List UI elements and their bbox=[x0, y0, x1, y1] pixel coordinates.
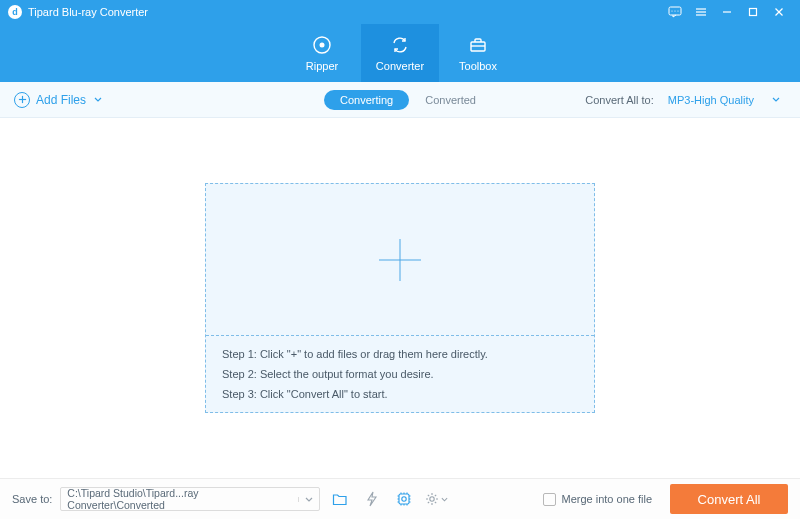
chevron-down-icon bbox=[298, 497, 313, 502]
mode-ripper[interactable]: Ripper bbox=[283, 24, 361, 82]
svg-point-12 bbox=[320, 43, 325, 48]
toolbox-icon bbox=[467, 34, 489, 56]
plus-circle-icon bbox=[14, 92, 30, 108]
merge-checkbox[interactable]: Merge into one file bbox=[543, 493, 653, 506]
svg-marker-17 bbox=[368, 492, 376, 506]
close-button[interactable] bbox=[766, 0, 792, 24]
svg-point-2 bbox=[674, 10, 675, 11]
feedback-icon[interactable] bbox=[662, 0, 688, 24]
mode-converter[interactable]: Converter bbox=[361, 24, 439, 82]
add-files-button[interactable]: Add Files bbox=[14, 92, 102, 108]
app-title: Tipard Blu-ray Converter bbox=[28, 6, 148, 18]
checkbox-icon bbox=[543, 493, 556, 506]
step1-text: Step 1: Click "+" to add files or drag t… bbox=[222, 348, 578, 360]
mode-converter-label: Converter bbox=[376, 60, 424, 72]
merge-label: Merge into one file bbox=[562, 493, 653, 505]
open-folder-button[interactable] bbox=[328, 487, 352, 511]
convert-all-button[interactable]: Convert All bbox=[670, 484, 788, 514]
save-path-selector[interactable]: C:\Tipard Studio\Tipard...ray Converter\… bbox=[60, 487, 320, 511]
toolbar: Add Files Converting Converted Convert A… bbox=[0, 82, 800, 118]
output-format-selector[interactable]: MP3-High Quality bbox=[662, 92, 786, 108]
app-logo: d bbox=[8, 5, 22, 19]
output-format-value: MP3-High Quality bbox=[668, 94, 754, 106]
plus-icon bbox=[379, 239, 421, 281]
bottom-bar: Save to: C:\Tipard Studio\Tipard...ray C… bbox=[0, 478, 800, 519]
maximize-button[interactable] bbox=[740, 0, 766, 24]
settings-gear-icon[interactable] bbox=[424, 487, 448, 511]
convert-all-to-label: Convert All to: bbox=[585, 94, 653, 106]
mode-ripper-label: Ripper bbox=[306, 60, 338, 72]
save-path-value: C:\Tipard Studio\Tipard...ray Converter\… bbox=[67, 487, 298, 511]
save-to-label: Save to: bbox=[12, 493, 52, 505]
svg-rect-18 bbox=[399, 494, 409, 504]
svg-point-19 bbox=[402, 497, 406, 501]
tab-converted[interactable]: Converted bbox=[425, 94, 476, 106]
mode-toolbox[interactable]: Toolbox bbox=[439, 24, 517, 82]
lightning-off-icon[interactable] bbox=[360, 487, 384, 511]
svg-point-1 bbox=[671, 10, 672, 11]
dropzone: Step 1: Click "+" to add files or drag t… bbox=[205, 183, 595, 413]
converter-icon bbox=[389, 34, 411, 56]
titlebar: d Tipard Blu-ray Converter bbox=[0, 0, 800, 24]
mode-bar: Ripper Converter Toolbox bbox=[0, 24, 800, 82]
mode-toolbox-label: Toolbox bbox=[459, 60, 497, 72]
dropzone-instructions: Step 1: Click "+" to add files or drag t… bbox=[206, 336, 594, 412]
step3-text: Step 3: Click "Convert All" to start. bbox=[222, 388, 578, 400]
status-tabs: Converting Converted bbox=[324, 90, 476, 110]
dropzone-add-area[interactable] bbox=[206, 184, 594, 336]
svg-point-32 bbox=[430, 497, 434, 501]
svg-point-3 bbox=[677, 10, 678, 11]
menu-icon[interactable] bbox=[688, 0, 714, 24]
chevron-down-icon bbox=[94, 97, 102, 102]
svg-rect-8 bbox=[750, 9, 757, 16]
main-area: Step 1: Click "+" to add files or drag t… bbox=[0, 118, 800, 478]
minimize-button[interactable] bbox=[714, 0, 740, 24]
ripper-icon bbox=[311, 34, 333, 56]
convert-all-to-group: Convert All to: MP3-High Quality bbox=[585, 92, 786, 108]
tab-converting[interactable]: Converting bbox=[324, 90, 409, 110]
gpu-accel-icon[interactable] bbox=[392, 487, 416, 511]
chevron-down-icon bbox=[772, 97, 780, 102]
step2-text: Step 2: Select the output format you des… bbox=[222, 368, 578, 380]
add-files-label: Add Files bbox=[36, 93, 86, 107]
